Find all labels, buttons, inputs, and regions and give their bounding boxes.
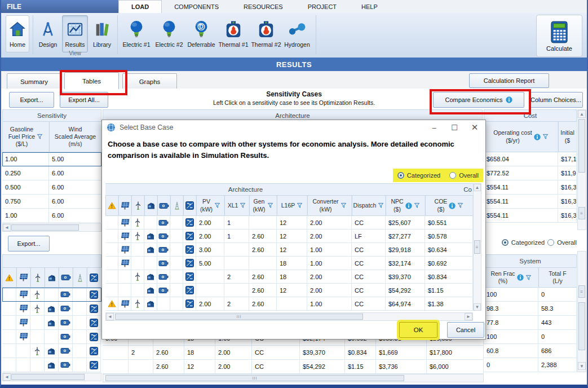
export-button[interactable]: Export... xyxy=(9,92,54,108)
dialog-system-row[interactable]: 3.002.60121.00CC$29,918$0.634 xyxy=(105,243,473,257)
optimization-row-right[interactable]: 77.8443 xyxy=(484,316,577,330)
optimization-hscrollbar-middle[interactable]: lll xyxy=(103,374,484,382)
optimization-row-right[interactable]: 60.8686 xyxy=(484,344,577,358)
dialog-system-row[interactable]: 2.0012.60122.00LF$27,277$0.578 xyxy=(105,230,473,243)
optimization-row-middle[interactable]: 22.60182.00CC$39,370$0.834$1,669$17,800 xyxy=(103,346,484,360)
export-all-button[interactable]: Export All... xyxy=(60,92,108,108)
info-icon[interactable] xyxy=(517,274,524,281)
home-button[interactable]: Home xyxy=(6,15,29,52)
electric1-button[interactable]: Electric #1 xyxy=(121,15,152,52)
info-icon[interactable] xyxy=(534,134,541,140)
tab-resources[interactable]: RESOURCES xyxy=(231,0,295,13)
dialog-system-row[interactable]: 22.60182.00CC$39,370$0.834 xyxy=(105,270,473,284)
sensitivity-row[interactable]: 0.7506.00 xyxy=(2,195,101,209)
vertical-scrollbar-bottom[interactable]: ≡ ▼ xyxy=(577,251,586,372)
optimization-row[interactable] xyxy=(2,288,101,302)
results-button[interactable]: Results xyxy=(62,15,88,52)
filter-icon[interactable] xyxy=(414,202,420,209)
cost-row[interactable]: $554.11$16,35 xyxy=(484,180,577,195)
optimization-row[interactable] xyxy=(2,302,101,316)
deferrable-button[interactable]: D Deferrable xyxy=(186,15,216,52)
sensitivity-hscrollbar[interactable]: ◄ xyxy=(2,223,101,232)
cost-row[interactable]: $554.11$16,35 xyxy=(484,195,577,209)
dialog-system-row[interactable]: 5.00181.00CC$32,174$0.692 xyxy=(105,257,473,270)
overall-radio[interactable] xyxy=(547,239,554,246)
compare-economics-button[interactable]: Compare Economics xyxy=(433,92,524,108)
thermal1-button[interactable]: Thermal #1 xyxy=(218,15,249,52)
optimization-row-right[interactable]: 02,388 xyxy=(484,358,577,372)
filter-icon[interactable] xyxy=(341,202,347,209)
optimization-hscrollbar-left[interactable]: ◄ xyxy=(2,373,101,381)
filter-icon[interactable] xyxy=(214,202,220,209)
col-npc[interactable]: NPC($) xyxy=(386,196,425,216)
filter-icon[interactable] xyxy=(37,134,43,140)
tab-project[interactable]: PROJECT xyxy=(295,0,349,13)
dialog-system-row[interactable]: 2.60122.00CC$54,292$1.15 xyxy=(105,284,473,297)
col-operating-cost[interactable]: Operating cost ($/yr) xyxy=(484,122,558,152)
col-coe[interactable]: COE($) xyxy=(425,196,473,216)
optimization-row-middle[interactable]: 2.60122.00CC$54,292$1.15$3,736$6,000 xyxy=(103,360,484,374)
info-icon[interactable] xyxy=(449,202,456,209)
filter-icon[interactable] xyxy=(525,275,532,281)
overall-radio[interactable] xyxy=(449,172,456,179)
tab-graphs[interactable]: Graphs xyxy=(122,73,177,89)
thermal2-button[interactable]: Thermal #2 xyxy=(250,15,282,52)
tab-help[interactable]: HELP xyxy=(349,0,390,13)
col-ren-frac[interactable]: Ren Frac (%) xyxy=(484,268,538,288)
electric2-button[interactable]: Electric #2 xyxy=(153,15,185,52)
filter-icon[interactable] xyxy=(542,134,549,140)
col-gasoline-fuel-price[interactable]: Gasoline Fuel Price ($/L) xyxy=(2,122,49,152)
col-pv[interactable]: PV(kW) xyxy=(196,196,224,216)
categorized-radio[interactable] xyxy=(397,172,404,179)
library-button[interactable]: Library xyxy=(89,15,115,52)
ok-button[interactable]: OK xyxy=(399,322,437,338)
filter-icon[interactable] xyxy=(297,202,303,209)
calculate-button[interactable]: Calculate xyxy=(536,15,582,57)
vertical-scrollbar-top[interactable]: ▲ ≡ xyxy=(577,109,586,230)
cost-row[interactable]: $658.04$17,10 xyxy=(484,152,577,166)
col-xl1[interactable]: XL1 xyxy=(224,196,249,216)
design-button[interactable]: Design xyxy=(35,15,61,52)
optimization-row-right[interactable]: 98.358.3 xyxy=(484,302,577,316)
export-button-lower[interactable]: Export... xyxy=(8,236,50,252)
col-gen[interactable]: Gen(kW) xyxy=(249,196,277,216)
dialog-hscrollbar[interactable]: ◄ lll ► xyxy=(105,312,473,321)
col-initial-capital[interactable]: Initial ($ xyxy=(558,122,577,152)
optimization-row[interactable] xyxy=(2,344,101,358)
col-total-fuel[interactable]: Total F (L/y xyxy=(538,268,577,288)
col-converter[interactable]: Converter(kW) xyxy=(307,196,352,216)
dialog-system-row[interactable]: 2.001122.00CC$25,607$0.551 xyxy=(105,216,473,230)
cost-row[interactable]: $554.11$16,35 xyxy=(484,209,577,223)
col-wind-scaled-average[interactable]: Wind Scaled Average (m/s) xyxy=(49,122,101,152)
cancel-button[interactable]: Cancel xyxy=(447,322,484,338)
filter-icon[interactable] xyxy=(267,202,273,209)
tab-tables[interactable]: Tables xyxy=(64,72,119,89)
filter-icon[interactable] xyxy=(378,202,384,209)
filter-icon[interactable] xyxy=(240,202,246,209)
categorized-radio[interactable] xyxy=(502,239,509,246)
minimize-button[interactable]: – xyxy=(425,120,444,135)
file-menu[interactable]: FILE xyxy=(1,0,118,13)
sensitivity-row[interactable]: 1.006.00 xyxy=(2,209,101,223)
tab-load[interactable]: LOAD xyxy=(118,0,162,13)
optimization-row[interactable] xyxy=(2,358,101,372)
sensitivity-row[interactable]: 0.2506.00 xyxy=(2,166,101,180)
optimization-row[interactable] xyxy=(2,316,101,330)
dialog-system-row[interactable]: 2.0022.601.00CC$64,974$1.38 xyxy=(105,297,473,311)
info-icon[interactable] xyxy=(405,202,412,209)
sensitivity-row[interactable]: 0.5006.00 xyxy=(2,180,101,195)
tab-components[interactable]: COMPONENTS xyxy=(162,0,231,13)
col-l16p[interactable]: L16P xyxy=(277,196,307,216)
tab-summary[interactable]: Summary xyxy=(7,73,61,89)
column-choices-button[interactable]: Column Choices... xyxy=(529,92,583,108)
close-button[interactable]: ✕ xyxy=(465,120,484,135)
optimization-row-right[interactable]: 1000 xyxy=(484,330,577,344)
cost-row[interactable]: $772.52$11,95 xyxy=(484,166,577,180)
filter-icon[interactable] xyxy=(457,202,463,209)
dialog-vscrollbar[interactable]: ▲ ≡ ▼ xyxy=(473,183,481,311)
col-dispatch[interactable]: Dispatch xyxy=(352,196,386,216)
maximize-button[interactable]: ☐ xyxy=(445,120,464,135)
optimization-row-right[interactable]: 1000 xyxy=(484,288,577,302)
optimization-row[interactable] xyxy=(2,330,101,344)
sensitivity-row[interactable]: 1.005.00 xyxy=(2,152,101,166)
